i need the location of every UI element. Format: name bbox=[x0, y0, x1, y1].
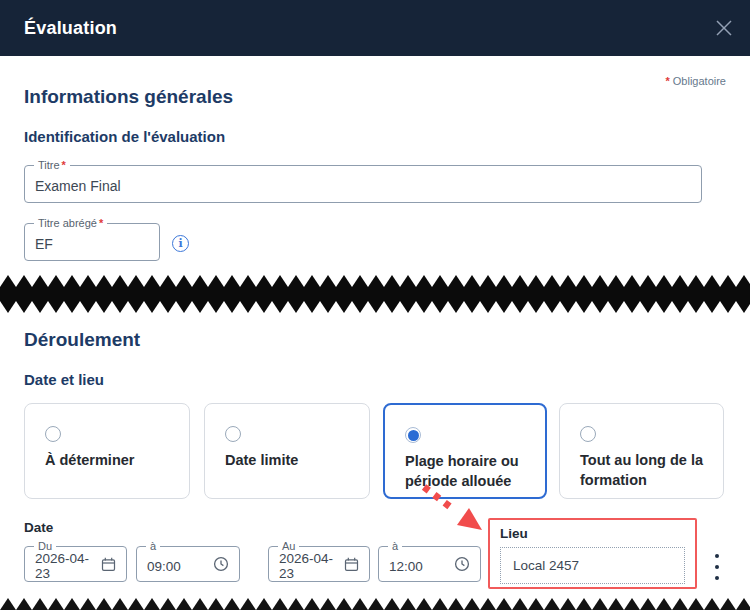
time-start-value: 09:00 bbox=[147, 555, 181, 574]
dialog-title: Évaluation bbox=[24, 18, 117, 39]
section-title-deroulement: Déroulement bbox=[24, 329, 140, 351]
kebab-menu-icon[interactable] bbox=[711, 552, 723, 582]
titre-field-label: Titre* bbox=[34, 158, 70, 173]
date-group-label: Date bbox=[24, 520, 53, 535]
titre-abrege-field-label: Titre abrégé* bbox=[34, 216, 107, 231]
lieu-field[interactable]: Local 2457 bbox=[500, 547, 685, 584]
option-card-tout-au-long[interactable]: Tout au long de la formation bbox=[559, 403, 724, 499]
option-card-label: Plage horaire ou période allouée bbox=[405, 451, 531, 491]
time-start-label: à bbox=[146, 539, 160, 554]
titre-abrege-field-value: EF bbox=[35, 232, 53, 252]
calendar-icon[interactable] bbox=[101, 557, 116, 572]
close-icon[interactable] bbox=[712, 16, 736, 40]
radio-icon[interactable] bbox=[225, 426, 241, 442]
radio-icon[interactable] bbox=[45, 426, 61, 442]
section-title-identification: Identification de l'évaluation bbox=[24, 128, 225, 145]
required-asterisk: * bbox=[666, 75, 670, 87]
torn-divider bbox=[0, 275, 750, 313]
radio-selected-icon[interactable] bbox=[405, 427, 421, 443]
date-au-field[interactable]: Au 2026-04-23 bbox=[268, 546, 370, 582]
dialog-header: Évaluation bbox=[0, 0, 750, 56]
info-icon[interactable]: i bbox=[172, 235, 189, 252]
date-du-label: Du bbox=[34, 539, 56, 554]
lieu-value: Local 2457 bbox=[513, 558, 579, 573]
option-card-label: À déterminer bbox=[45, 450, 134, 470]
radio-icon[interactable] bbox=[580, 426, 596, 442]
date-au-label: Au bbox=[278, 539, 299, 554]
time-start-field[interactable]: à 09:00 bbox=[136, 546, 240, 582]
calendar-icon[interactable] bbox=[344, 557, 359, 572]
section-title-general: Informations générales bbox=[24, 86, 233, 108]
lieu-label: Lieu bbox=[500, 526, 528, 541]
date-du-field[interactable]: Du 2026-04-23 bbox=[24, 546, 127, 582]
time-end-label: à bbox=[388, 539, 402, 554]
option-card-label: Tout au long de la formation bbox=[580, 450, 706, 490]
clock-icon[interactable] bbox=[213, 556, 229, 572]
time-end-field[interactable]: à 12:00 bbox=[378, 546, 481, 582]
option-card-plage-horaire[interactable]: Plage horaire ou période allouée bbox=[383, 403, 547, 499]
lieu-highlight-box: Lieu Local 2457 bbox=[488, 518, 697, 589]
titre-abrege-field[interactable]: Titre abrégé* EF bbox=[24, 223, 160, 261]
time-end-value: 12:00 bbox=[389, 555, 423, 574]
torn-bottom-edge bbox=[0, 598, 750, 610]
option-card-date-limite[interactable]: Date limite bbox=[204, 403, 370, 499]
required-label: Obligatoire bbox=[673, 75, 726, 87]
required-legend: *Obligatoire bbox=[666, 75, 726, 87]
titre-field[interactable]: Titre* Examen Final bbox=[24, 165, 702, 203]
option-card-a-determiner[interactable]: À déterminer bbox=[24, 403, 190, 499]
option-card-label: Date limite bbox=[225, 450, 298, 470]
titre-field-value: Examen Final bbox=[35, 174, 121, 194]
clock-icon[interactable] bbox=[454, 556, 470, 572]
evaluation-dialog: Évaluation *Obligatoire Informations gén… bbox=[0, 0, 750, 612]
section-title-date-lieu: Date et lieu bbox=[24, 371, 104, 388]
